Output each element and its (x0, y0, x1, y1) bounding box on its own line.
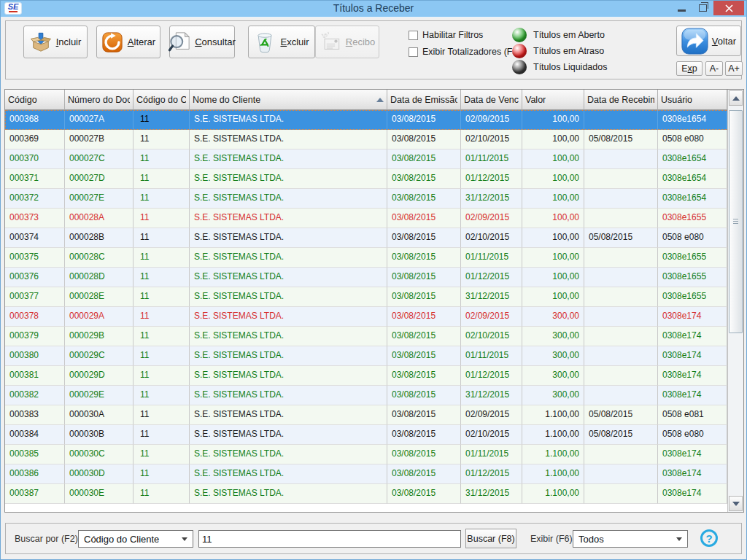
cell-valor: 100,00 (522, 149, 584, 169)
table-row[interactable]: 000383000030A11S.E. SISTEMAS LTDA.03/08/… (5, 405, 743, 425)
cell-usuario: 0508 e080 (658, 425, 727, 445)
consultar-button[interactable]: Consultar (169, 26, 235, 58)
cell-emissao: 03/08/2015 (387, 189, 461, 209)
checkbox-icon[interactable] (409, 31, 418, 40)
legend-titulos-liquidados: Títulos Liquidados (512, 60, 607, 74)
column-header-nome-do-cliente[interactable]: Nome do Cliente (190, 90, 387, 110)
cell-recebimento (584, 464, 658, 484)
voltar-button[interactable]: Voltar (676, 26, 741, 56)
column-header-numero-do-documento[interactable]: Número do Documento (65, 90, 133, 110)
cell-usuario: 0508 e080 (658, 130, 727, 149)
table-row[interactable]: 000375000028C11S.E. SISTEMAS LTDA.03/08/… (5, 248, 743, 268)
cell-cod_cliente: 11 (133, 209, 190, 228)
buscar-button[interactable]: Buscar (F8) (465, 529, 516, 548)
cell-vencimento: 02/09/2015 (461, 307, 522, 327)
table-row[interactable]: 000387000030E11S.E. SISTEMAS LTDA.03/08/… (5, 484, 743, 504)
cell-recebimento (584, 386, 658, 405)
arrow-down-icon (732, 502, 740, 506)
cell-codigo: 000371 (5, 169, 65, 189)
cell-recebimento (584, 209, 658, 228)
restore-icon (699, 4, 707, 12)
cell-cod_cliente: 11 (133, 287, 190, 307)
column-header-codigo[interactable]: Código (5, 90, 65, 110)
cell-codigo: 000374 (5, 228, 65, 248)
cell-numero: 000027A (65, 110, 133, 130)
status-dot-icon (512, 60, 527, 74)
cell-valor: 100,00 (522, 287, 584, 307)
incluir-button[interactable]: Incluir (23, 26, 88, 58)
cell-recebimento (584, 110, 658, 130)
column-header-codigo-do-cliente[interactable]: Código do Cliente (133, 90, 190, 110)
table-row[interactable]: 000386000030D11S.E. SISTEMAS LTDA.03/08/… (5, 464, 743, 484)
column-header-label: Código do Cliente (136, 95, 186, 105)
checkbox-label: Habilitar Filtros (422, 30, 483, 40)
cell-nome: S.E. SISTEMAS LTDA. (190, 228, 387, 248)
checkbox-icon[interactable] (409, 47, 418, 57)
table-row[interactable]: 000378000029A11S.E. SISTEMAS LTDA.03/08/… (5, 307, 743, 327)
cell-emissao: 03/08/2015 (387, 405, 461, 425)
exibir-select[interactable]: Todos (573, 530, 688, 548)
alterar-button[interactable]: Alterar (96, 26, 160, 58)
column-header-data-de-vencimento[interactable]: Data de Vencimento (461, 90, 522, 110)
cell-recebimento (584, 287, 658, 307)
buscar-por-select[interactable]: Código do Cliente (78, 530, 193, 548)
consultar-label: Consultar (195, 36, 236, 47)
a-button[interactable]: A- (705, 61, 723, 76)
table-row[interactable]: 000379000029B11S.E. SISTEMAS LTDA.03/08/… (5, 327, 743, 346)
cell-usuario: 0308e174 (658, 484, 727, 504)
table-row[interactable]: 000369000027B11S.E. SISTEMAS LTDA.03/08/… (5, 130, 743, 149)
cell-vencimento: 31/12/2015 (461, 484, 522, 504)
a-button[interactable]: A+ (725, 61, 743, 76)
checkbox-habilitar-filtros[interactable]: Habilitar Filtros (409, 30, 483, 40)
recibo-label: Recibo (346, 36, 375, 47)
cell-nome: S.E. SISTEMAS LTDA. (190, 405, 387, 425)
cell-codigo: 000369 (5, 130, 65, 149)
cell-cod_cliente: 11 (133, 110, 190, 130)
column-header-valor[interactable]: Valor (522, 90, 584, 110)
table-row[interactable]: 000376000028D11S.E. SISTEMAS LTDA.03/08/… (5, 268, 743, 287)
excluir-button[interactable]: Excluir (248, 26, 315, 58)
table-row[interactable]: 000373000028A11S.E. SISTEMAS LTDA.03/08/… (5, 209, 743, 228)
table-row[interactable]: 000380000029C11S.E. SISTEMAS LTDA.03/08/… (5, 346, 743, 366)
column-header-data-de-recebimento[interactable]: Data de Recebimento (584, 90, 658, 110)
voltar-label: Voltar (712, 36, 736, 47)
cell-nome: S.E. SISTEMAS LTDA. (190, 149, 387, 169)
cell-usuario: 0308e174 (658, 327, 727, 346)
minimize-button[interactable] (671, 1, 692, 15)
table-row[interactable]: 000385000030C11S.E. SISTEMAS LTDA.03/08/… (5, 445, 743, 464)
table-row[interactable]: 000370000027C11S.E. SISTEMAS LTDA.03/08/… (5, 149, 743, 169)
cell-numero: 000030A (65, 405, 133, 425)
scroll-up-button[interactable] (729, 90, 743, 106)
column-header-usuario[interactable]: Usuário (658, 90, 727, 110)
table-row[interactable]: 000381000029D11S.E. SISTEMAS LTDA.03/08/… (5, 366, 743, 386)
cell-nome: S.E. SISTEMAS LTDA. (190, 464, 387, 484)
exp-button[interactable]: Exp (676, 61, 703, 76)
app-window: SE Títulos a Receber IncluirAlterarConsu… (0, 0, 747, 560)
vertical-scrollbar[interactable] (727, 90, 743, 512)
scroll-down-button[interactable] (729, 496, 743, 511)
restore-button[interactable] (692, 1, 713, 15)
cell-codigo: 000379 (5, 327, 65, 346)
table-row[interactable]: 000382000029E11S.E. SISTEMAS LTDA.03/08/… (5, 386, 743, 405)
scrollbar-thumb[interactable] (729, 110, 743, 333)
cell-nome: S.E. SISTEMAS LTDA. (190, 425, 387, 445)
checkbox-exibir-totalizadores-f3[interactable]: Exibir Totalizadores (F3) (409, 47, 521, 57)
close-button[interactable] (713, 1, 744, 15)
table-row[interactable]: 000372000027E11S.E. SISTEMAS LTDA.03/08/… (5, 189, 743, 209)
cell-usuario: 0308e174 (658, 346, 727, 366)
column-header-label: Usuário (661, 95, 692, 105)
search-bar: Buscar por (F2): Código do Cliente Busca… (5, 523, 742, 554)
column-header-label: Data de Emissão (390, 95, 457, 105)
table-row[interactable]: 000371000027D11S.E. SISTEMAS LTDA.03/08/… (5, 169, 743, 189)
cell-numero: 000027B (65, 130, 133, 149)
cell-vencimento: 01/12/2015 (461, 169, 522, 189)
column-header-data-de-emissao[interactable]: Data de Emissão (387, 90, 461, 110)
cell-emissao: 03/08/2015 (387, 209, 461, 228)
table-row[interactable]: 000374000028B11S.E. SISTEMAS LTDA.03/08/… (5, 228, 743, 248)
search-input[interactable] (198, 530, 461, 548)
cell-cod_cliente: 11 (133, 149, 190, 169)
table-row[interactable]: 000377000028E11S.E. SISTEMAS LTDA.03/08/… (5, 287, 743, 307)
table-row[interactable]: 000368000027A11S.E. SISTEMAS LTDA.03/08/… (5, 110, 743, 130)
table-row[interactable]: 000384000030B11S.E. SISTEMAS LTDA.03/08/… (5, 425, 743, 445)
help-icon[interactable]: ? (700, 529, 718, 547)
